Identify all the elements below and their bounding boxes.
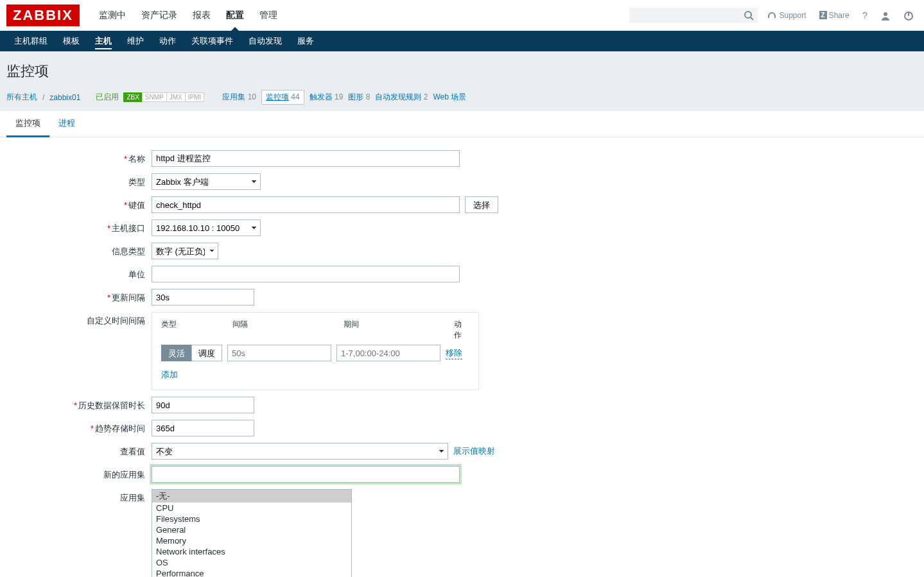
apps-label: 应用集 [120, 493, 145, 503]
search-icon[interactable] [744, 10, 754, 21]
topnav-reports[interactable]: 报表 [185, 1, 218, 30]
subnav-hosts[interactable]: 主机 [87, 30, 119, 52]
trend-label: 趋势存储时间 [95, 424, 145, 433]
cust-hdr-type: 类型 [161, 319, 232, 341]
user-icon[interactable] [876, 9, 894, 21]
nav-triggers[interactable]: 触发器 19 [309, 92, 344, 103]
subnav-hostgroups[interactable]: 主机群组 [6, 30, 55, 52]
key-select-button[interactable]: 选择 [465, 196, 498, 213]
z-icon: Z [819, 11, 827, 19]
subnav-templates[interactable]: 模板 [55, 30, 87, 52]
item-form: *名称 类型 Zabbix 客户端 *键值 选择 *主机接口 192.168.1… [0, 137, 924, 577]
key-input[interactable] [152, 196, 460, 213]
page-title: 监控项 [6, 62, 918, 81]
subnav-correlation[interactable]: 关联项事件 [184, 30, 241, 52]
headset-icon [767, 10, 777, 21]
apps-listbox[interactable]: -无- CPU Filesystems General Memory Netwo… [152, 489, 352, 577]
apps-opt-os[interactable]: OS [152, 557, 351, 568]
interval-type-toggle: 灵活 调度 [161, 345, 222, 361]
cust-hdr-action: 动作 [454, 319, 469, 341]
viewvalue-label: 查看值 [120, 447, 145, 456]
top-right: Support Z Share ? [629, 8, 918, 23]
unit-label: 单位 [128, 270, 145, 279]
logo: ZABBIX [6, 4, 80, 26]
support-link[interactable]: Support [763, 10, 810, 21]
type-label: 类型 [128, 177, 145, 187]
tab-process[interactable]: 进程 [49, 111, 84, 137]
unit-input[interactable] [152, 266, 460, 282]
crumb-allhosts[interactable]: 所有主机 [6, 92, 37, 103]
newapp-input[interactable] [152, 466, 460, 483]
toggle-scheduling[interactable]: 调度 [191, 345, 222, 361]
newapp-label: 新的应用集 [103, 470, 145, 479]
cust-interval-input[interactable] [227, 345, 331, 361]
top-menu: 监测中 资产记录 报表 配置 管理 [91, 1, 285, 30]
type-select[interactable]: Zabbix 客户端 [152, 173, 261, 190]
help-icon[interactable]: ? [859, 10, 871, 21]
status-enabled: 已启用 [96, 92, 119, 103]
share-label: Share [829, 11, 850, 20]
trend-input[interactable] [152, 420, 254, 436]
update-interval-input[interactable] [152, 289, 254, 306]
topnav-admin[interactable]: 管理 [252, 1, 285, 30]
interface-label: 主机接口 [112, 223, 145, 233]
topnav-config[interactable]: 配置 [218, 1, 252, 30]
page-head: 监控项 所有主机 / zabbix01 已启用 ZBX SNMP JMX IPM… [0, 51, 924, 111]
apps-opt-performance[interactable]: Performance [152, 568, 351, 577]
badge-snmp: SNMP [142, 92, 167, 102]
cust-hdr-interval: 间隔 [232, 319, 344, 341]
search-wrap [629, 8, 758, 23]
topnav-inventory[interactable]: 资产记录 [134, 1, 185, 30]
name-input[interactable] [152, 150, 460, 167]
apps-opt-filesystems[interactable]: Filesystems [152, 513, 351, 524]
crumb-host[interactable]: zabbix01 [49, 93, 80, 102]
custom-interval-box: 类型 间隔 期间 动作 灵活 调度 移除 添加 [152, 312, 479, 390]
subnav-services[interactable]: 服务 [290, 30, 322, 52]
subnav-discovery[interactable]: 自动发现 [241, 30, 290, 52]
badge-jmx: JMX [166, 92, 186, 102]
sub-nav: 主机群组 模板 主机 维护 动作 关联项事件 自动发现 服务 [0, 31, 924, 51]
search-input[interactable] [629, 8, 758, 23]
subnav-actions[interactable]: 动作 [152, 30, 184, 52]
nav-web[interactable]: Web 场景 [433, 92, 466, 103]
tab-item[interactable]: 监控项 [6, 111, 49, 137]
badge-zbx: ZBX [123, 92, 142, 102]
update-interval-label: 更新间隔 [112, 293, 145, 302]
history-input[interactable] [152, 397, 254, 413]
history-label: 历史数据保留时长 [78, 400, 145, 410]
interface-badges: ZBX SNMP JMX IPMI [124, 92, 204, 102]
cust-add-link[interactable]: 添加 [161, 370, 178, 379]
subnav-maintenance[interactable]: 维护 [119, 30, 152, 52]
form-tabs: 监控项 进程 [0, 111, 924, 137]
cust-hdr-period: 期间 [344, 319, 455, 341]
nav-applications[interactable]: 应用集 10 [222, 92, 256, 103]
show-value-map-link[interactable]: 展示值映射 [453, 445, 495, 457]
support-label: Support [779, 11, 806, 20]
key-label: 键值 [128, 200, 145, 210]
infotype-label: 信息类型 [112, 246, 145, 256]
nav-graphs[interactable]: 图形 8 [348, 92, 370, 103]
infotype-select[interactable]: 数字 (无正负) [152, 243, 218, 259]
power-icon[interactable] [900, 9, 918, 21]
nav-discovery[interactable]: 自动发现规则 2 [375, 92, 428, 103]
top-nav: ZABBIX 监测中 资产记录 报表 配置 管理 Support Z Share… [0, 0, 924, 31]
interface-select[interactable]: 192.168.10.10 : 10050 [152, 220, 261, 236]
breadcrumb: 所有主机 / zabbix01 已启用 ZBX SNMP JMX IPMI 应用… [6, 90, 918, 111]
viewvalue-select[interactable]: 不变 [152, 443, 448, 460]
name-label: 名称 [128, 154, 145, 164]
toggle-flexible[interactable]: 灵活 [161, 345, 191, 361]
apps-opt-network[interactable]: Network interfaces [152, 546, 351, 557]
crumb-sep: / [42, 93, 44, 102]
svg-line-1 [751, 17, 753, 20]
svg-point-0 [745, 12, 751, 18]
apps-opt-general[interactable]: General [152, 524, 351, 535]
custom-interval-label: 自定义时间间隔 [87, 316, 145, 325]
share-link[interactable]: Z Share [815, 11, 853, 20]
apps-opt-none[interactable]: -无- [152, 490, 351, 503]
apps-opt-cpu[interactable]: CPU [152, 503, 351, 513]
apps-opt-memory[interactable]: Memory [152, 535, 351, 546]
cust-remove-link[interactable]: 移除 [446, 347, 462, 359]
cust-period-input[interactable] [336, 345, 440, 361]
topnav-monitoring[interactable]: 监测中 [91, 1, 134, 30]
nav-items[interactable]: 监控项 44 [261, 90, 304, 105]
